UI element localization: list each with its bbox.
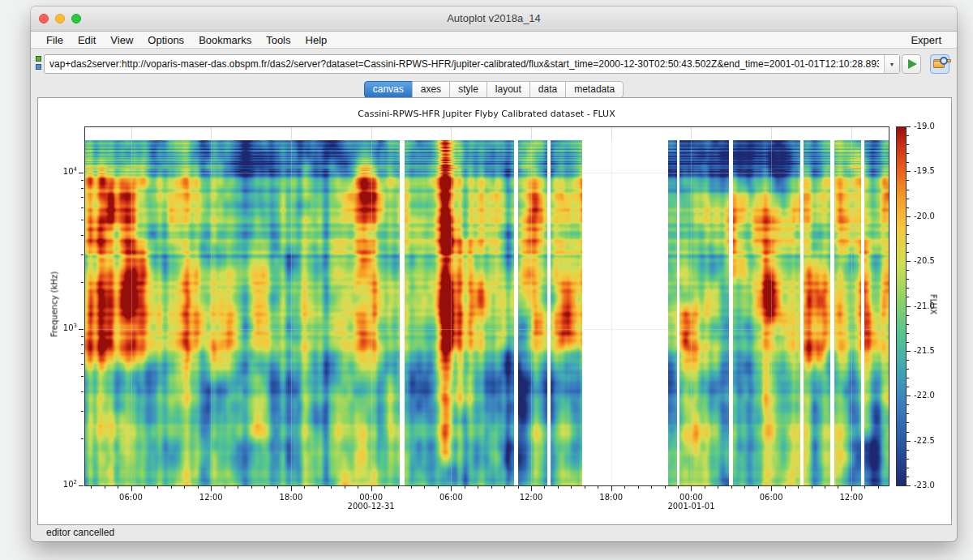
uri-combobox: ▼ — [44, 54, 900, 74]
menu-options[interactable]: Options — [140, 34, 191, 46]
status-bar: editor cancelled — [31, 524, 957, 541]
uri-dropdown-button[interactable]: ▼ — [884, 55, 899, 73]
menu-edit[interactable]: Edit — [71, 34, 103, 46]
das2-datasource-icon — [35, 56, 43, 72]
colorbar-tick-label: -19.0 — [914, 122, 949, 130]
menu-tools[interactable]: Tools — [259, 34, 298, 46]
colorbar-tick-label: -22.5 — [914, 436, 949, 445]
blue-square-icon — [36, 64, 41, 70]
tab-axes[interactable]: axes — [412, 81, 450, 98]
uri-input[interactable] — [45, 55, 884, 73]
play-icon — [908, 59, 917, 69]
tab-style[interactable]: style — [449, 81, 487, 98]
menu-view[interactable]: View — [103, 34, 140, 46]
plot-title: Cassini-RPWS-HFR Jupiter Flyby Calibrate… — [84, 109, 889, 119]
menu-file[interactable]: File — [39, 34, 71, 46]
y-axis-label: Frequency (kHz) — [50, 224, 59, 386]
x-tick-label: 06:00 — [107, 493, 156, 502]
inspect-uri-button[interactable] — [930, 54, 949, 74]
colorbar-tick-label: -21.5 — [914, 346, 949, 355]
chevron-down-icon: ▼ — [889, 62, 895, 67]
x-tick-label: 12:00 — [186, 493, 235, 502]
menu-bookmarks[interactable]: Bookmarks — [191, 34, 259, 46]
menu-expert-mode[interactable]: Expert — [903, 34, 949, 46]
tab-data[interactable]: data — [529, 81, 566, 98]
y-tick-label: 104 — [38, 166, 77, 176]
folder-magnifier-icon — [933, 59, 946, 70]
x-tick-date: 2001-01-01 — [658, 502, 723, 511]
colorbar-tick-label: -21.0 — [914, 301, 949, 310]
menu-help[interactable]: Help — [298, 34, 335, 46]
canvas-panel: Cassini-RPWS-HFR Jupiter Flyby Calibrate… — [37, 97, 952, 525]
y-tick-label: 102 — [38, 479, 77, 489]
x-tick-label: 12:00 — [507, 493, 555, 502]
menubar: File Edit View Options Bookmarks Tools H… — [31, 32, 957, 49]
tab-layout[interactable]: layout — [486, 81, 530, 98]
x-tick-label: 06:00 — [747, 493, 795, 502]
y-tick-label: 103 — [38, 323, 77, 332]
x-tick-label: 18:00 — [267, 493, 315, 502]
x-tick-label: 00:00 — [667, 493, 715, 502]
x-tick-label: 00:00 — [347, 493, 396, 502]
x-tick-label: 18:00 — [587, 493, 636, 502]
colorbar-tick-label: -20.5 — [914, 256, 949, 265]
plot-canvas[interactable] — [38, 98, 951, 524]
address-toolbar: ▼ — [31, 49, 957, 79]
colorbar-tick-label: -22.0 — [914, 391, 949, 400]
status-text: editor cancelled — [46, 527, 114, 538]
colorbar-tick-label: -23.0 — [914, 481, 949, 489]
go-button[interactable] — [902, 54, 921, 74]
colorbar-tick-label: -19.5 — [914, 166, 949, 175]
x-tick-label: 06:00 — [426, 493, 475, 502]
app-window: Autoplot v2018a_14 File Edit View Option… — [31, 6, 957, 541]
tab-metadata[interactable]: metadata — [565, 81, 624, 98]
tab-canvas[interactable]: canvas — [364, 81, 413, 98]
x-tick-label: 12:00 — [827, 493, 876, 502]
window-title: Autoplot v2018a_14 — [31, 6, 957, 31]
green-square-icon — [36, 56, 41, 62]
colorbar-tick-label: -20.0 — [914, 212, 949, 220]
titlebar[interactable]: Autoplot v2018a_14 — [31, 6, 957, 32]
x-tick-date: 2000-12-31 — [339, 502, 404, 511]
